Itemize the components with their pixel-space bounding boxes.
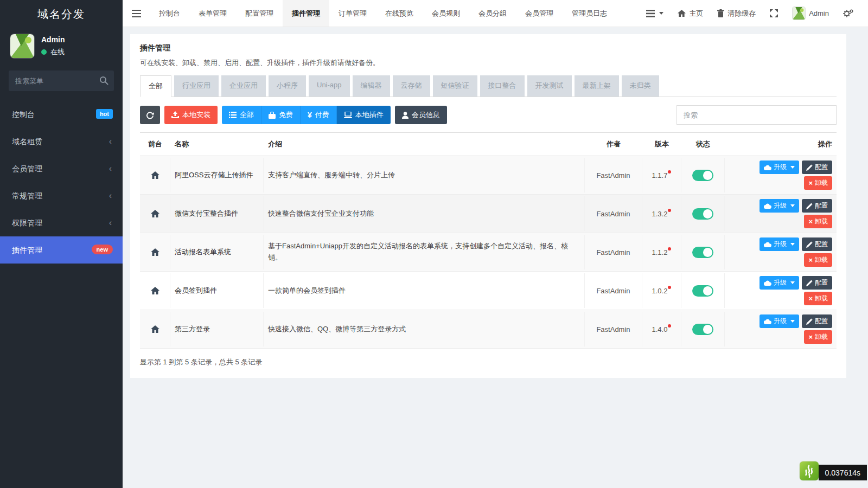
config-button[interactable]: 配置 bbox=[802, 237, 832, 251]
settings-button[interactable] bbox=[836, 0, 860, 27]
tab-order-mgmt[interactable]: 订单管理 bbox=[329, 0, 376, 27]
status-toggle[interactable] bbox=[692, 285, 713, 297]
caret-down-icon bbox=[790, 204, 795, 207]
filter-free-button[interactable]: 免费 bbox=[261, 106, 301, 124]
records-summary: 显示第 1 到第 5 条记录，总共 5 条记录 bbox=[140, 357, 837, 367]
sidebar-item-domain-lease[interactable]: 域名租赁 ‹ bbox=[0, 128, 123, 155]
sidebar-item-auth-mgmt[interactable]: 权限管理 ‹ bbox=[0, 209, 123, 236]
chevron-left-icon: ‹ bbox=[109, 182, 112, 209]
tab-online-preview[interactable]: 在线预览 bbox=[376, 0, 423, 27]
tab-sms[interactable]: 短信验证 bbox=[433, 75, 477, 97]
refresh-icon bbox=[146, 111, 154, 119]
tab-devtest[interactable]: 开发测试 bbox=[527, 75, 572, 97]
x-icon: × bbox=[808, 218, 813, 225]
sidebar-item-general-mgmt[interactable]: 常规管理 ‹ bbox=[0, 182, 123, 209]
pencil-icon bbox=[806, 203, 813, 209]
status-toggle[interactable] bbox=[692, 170, 713, 181]
uninstall-button[interactable]: × 卸载 bbox=[804, 292, 832, 305]
config-button[interactable]: 配置 bbox=[802, 276, 832, 290]
status-toggle[interactable] bbox=[692, 324, 713, 335]
hamburger-icon[interactable] bbox=[123, 0, 150, 27]
hot-badge: hot bbox=[96, 109, 113, 119]
addon-name: 微信支付宝整合插件 bbox=[170, 196, 264, 231]
tab-industry[interactable]: 行业应用 bbox=[174, 75, 219, 97]
refresh-button[interactable] bbox=[140, 106, 160, 124]
tab-uncategorized[interactable]: 未归类 bbox=[622, 75, 659, 97]
sidebar-item-member-mgmt[interactable]: 会员管理 ‹ bbox=[0, 155, 123, 182]
tab-uniapp[interactable]: Uni-app bbox=[309, 75, 350, 97]
tab-config-mgmt[interactable]: 配置管理 bbox=[236, 0, 283, 27]
tab-member-rules[interactable]: 会员规则 bbox=[423, 0, 469, 27]
sidebar-item-dashboard[interactable]: 控制台 hot bbox=[0, 101, 123, 128]
status-toggle[interactable] bbox=[692, 247, 713, 258]
upgrade-button[interactable]: 升级 bbox=[760, 160, 799, 174]
sidebar-search-input[interactable] bbox=[9, 70, 114, 91]
uninstall-button[interactable]: × 卸载 bbox=[804, 215, 832, 228]
filter-paid-button[interactable]: ¥ 付费 bbox=[301, 106, 337, 124]
update-dot-icon bbox=[668, 324, 671, 328]
tab-member-groups[interactable]: 会员分组 bbox=[469, 0, 516, 27]
tab-admin-log[interactable]: 管理员日志 bbox=[563, 0, 616, 27]
home-icon[interactable] bbox=[151, 248, 159, 256]
config-button[interactable]: 配置 bbox=[802, 199, 832, 213]
caret-down-icon bbox=[790, 166, 795, 169]
home-icon[interactable] bbox=[151, 325, 159, 333]
tab-dashboard[interactable]: 控制台 bbox=[150, 0, 189, 27]
col-front: 前台 bbox=[140, 133, 170, 156]
status-toggle[interactable] bbox=[692, 208, 713, 220]
sidebar-item-addon-mgmt[interactable]: 插件管理 new bbox=[0, 236, 123, 264]
thinkphp-icon[interactable] bbox=[800, 461, 819, 480]
addon-author: FastAdmin bbox=[585, 312, 642, 346]
navbar-avatar bbox=[792, 7, 806, 20]
table-row: 第三方登录 快速接入微信、QQ、微博等第三方登录方式 FastAdmin 1.4… bbox=[140, 310, 837, 349]
top-navbar: 控制台 表单管理 配置管理 插件管理 订单管理 在线预览 会员规则 会员分组 会… bbox=[123, 0, 868, 27]
addon-author: FastAdmin bbox=[585, 158, 642, 192]
addon-name: 活动报名表单系统 bbox=[170, 235, 264, 269]
navbar-username: Admin bbox=[809, 9, 829, 17]
tab-miniprogram[interactable]: 小程序 bbox=[269, 75, 306, 97]
home-link[interactable]: 主页 bbox=[671, 0, 710, 27]
upgrade-button[interactable]: 升级 bbox=[760, 237, 799, 251]
addon-name: 阿里OSS云存储上传插件 bbox=[170, 158, 264, 192]
tab-member-mgmt[interactable]: 会员管理 bbox=[516, 0, 563, 27]
toolbar: 本地安装 全部 bbox=[140, 105, 837, 125]
upgrade-button[interactable]: 升级 bbox=[760, 314, 799, 328]
home-icon[interactable] bbox=[151, 210, 159, 218]
x-icon: × bbox=[808, 295, 813, 302]
table-search-input[interactable] bbox=[676, 105, 837, 125]
tabs-list-dropdown[interactable] bbox=[639, 0, 671, 27]
uninstall-button[interactable]: × 卸载 bbox=[804, 330, 832, 344]
home-icon[interactable] bbox=[151, 287, 159, 295]
navbar-right: 主页 清除缓存 bbox=[639, 0, 868, 27]
uninstall-button[interactable]: × 卸载 bbox=[804, 176, 832, 190]
uninstall-button[interactable]: × 卸载 bbox=[804, 253, 832, 267]
addon-intro: 快速整合微信支付宝企业支付功能 bbox=[264, 196, 585, 231]
config-button[interactable]: 配置 bbox=[802, 314, 832, 328]
caret-down-icon bbox=[790, 243, 795, 246]
filter-all-button[interactable]: 全部 bbox=[222, 106, 261, 124]
yen-icon: ¥ bbox=[308, 111, 312, 119]
filter-local-button[interactable]: 本地插件 bbox=[337, 106, 391, 124]
clear-cache-button[interactable]: 清除缓存 bbox=[710, 0, 763, 27]
tab-newest[interactable]: 最新上架 bbox=[575, 75, 619, 97]
online-dot-icon bbox=[41, 49, 47, 55]
config-button[interactable]: 配置 bbox=[802, 160, 832, 174]
x-icon: × bbox=[808, 179, 813, 187]
tab-form-mgmt[interactable]: 表单管理 bbox=[189, 0, 236, 27]
user-menu[interactable]: Admin bbox=[785, 0, 836, 27]
home-icon[interactable] bbox=[151, 171, 159, 179]
addon-version: 1.4.0 bbox=[642, 312, 681, 346]
member-info-button[interactable]: 会员信息 bbox=[395, 106, 447, 124]
tab-api[interactable]: 接口整合 bbox=[480, 75, 525, 97]
upgrade-button[interactable]: 升级 bbox=[760, 199, 799, 213]
tab-enterprise[interactable]: 企业应用 bbox=[221, 75, 266, 97]
fullscreen-button[interactable] bbox=[763, 0, 785, 27]
user-name: Admin bbox=[41, 35, 65, 44]
upgrade-button[interactable]: 升级 bbox=[760, 276, 799, 290]
tab-cloudstorage[interactable]: 云存储 bbox=[393, 75, 430, 97]
local-install-button[interactable]: 本地安装 bbox=[164, 106, 218, 124]
tab-addon-mgmt[interactable]: 插件管理 bbox=[283, 0, 329, 27]
user-avatar bbox=[10, 34, 35, 59]
tab-editor[interactable]: 编辑器 bbox=[353, 75, 390, 97]
tab-all[interactable]: 全部 bbox=[140, 75, 171, 97]
